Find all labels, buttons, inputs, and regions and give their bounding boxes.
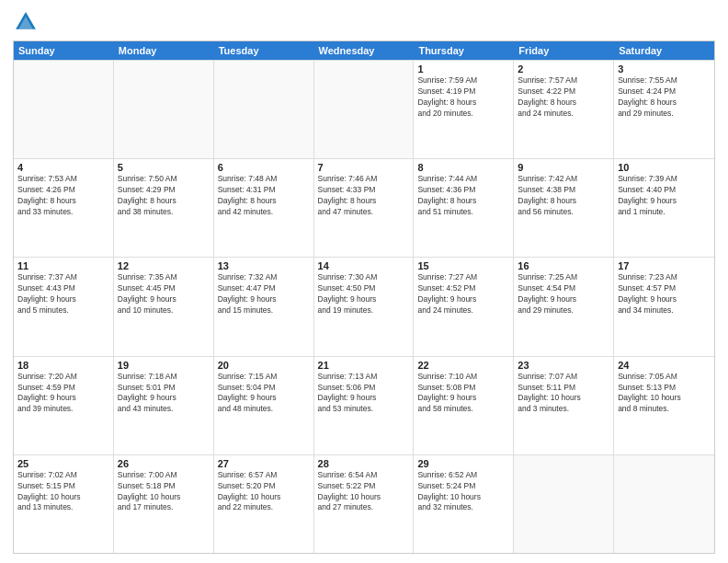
- day-info: Sunrise: 7:55 AMSunset: 4:24 PMDaylight:…: [618, 75, 711, 120]
- day-number: 8: [417, 162, 509, 173]
- day-number: 20: [218, 360, 310, 371]
- day-info: Sunrise: 7:05 AMSunset: 5:13 PMDaylight:…: [618, 372, 711, 416]
- calendar-header: SundayMondayTuesdayWednesdayThursdayFrid…: [14, 41, 714, 60]
- day-cell-17: 17Sunrise: 7:23 AMSunset: 4:57 PMDayligh…: [614, 258, 714, 355]
- day-cell-13: 13Sunrise: 7:32 AMSunset: 4:47 PMDayligh…: [214, 258, 314, 355]
- day-number: 23: [518, 360, 609, 371]
- day-number: 6: [218, 162, 310, 173]
- calendar-row-1: 4Sunrise: 7:53 AMSunset: 4:26 PMDaylight…: [14, 158, 714, 257]
- day-info: Sunrise: 7:25 AMSunset: 4:54 PMDaylight:…: [518, 272, 609, 316]
- day-info: Sunrise: 6:52 AMSunset: 5:24 PMDaylight:…: [417, 470, 509, 514]
- day-info: Sunrise: 7:10 AMSunset: 5:08 PMDaylight:…: [417, 372, 509, 416]
- day-number: 21: [318, 360, 410, 371]
- day-number: 25: [17, 458, 109, 469]
- day-cell-26: 26Sunrise: 7:00 AMSunset: 5:18 PMDayligh…: [114, 455, 214, 553]
- day-cell-20: 20Sunrise: 7:15 AMSunset: 5:04 PMDayligh…: [214, 357, 314, 454]
- day-cell-23: 23Sunrise: 7:07 AMSunset: 5:11 PMDayligh…: [514, 357, 614, 454]
- day-cell-14: 14Sunrise: 7:30 AMSunset: 4:50 PMDayligh…: [314, 258, 415, 355]
- day-cell-21: 21Sunrise: 7:13 AMSunset: 5:06 PMDayligh…: [314, 357, 415, 454]
- day-info: Sunrise: 7:13 AMSunset: 5:06 PMDaylight:…: [318, 372, 410, 416]
- day-number: 24: [618, 360, 711, 371]
- day-info: Sunrise: 6:57 AMSunset: 5:20 PMDaylight:…: [218, 470, 310, 514]
- day-number: 2: [518, 63, 609, 75]
- day-info: Sunrise: 7:20 AMSunset: 4:59 PMDaylight:…: [17, 372, 109, 416]
- day-info: Sunrise: 7:27 AMSunset: 4:52 PMDaylight:…: [417, 272, 509, 316]
- day-info: Sunrise: 7:57 AMSunset: 4:22 PMDaylight:…: [518, 75, 609, 120]
- day-cell-15: 15Sunrise: 7:27 AMSunset: 4:52 PMDayligh…: [414, 258, 514, 355]
- day-number: 26: [118, 458, 210, 469]
- empty-cell-4-5: [514, 455, 614, 553]
- day-info: Sunrise: 7:53 AMSunset: 4:26 PMDaylight:…: [17, 174, 109, 218]
- calendar-row-4: 25Sunrise: 7:02 AMSunset: 5:15 PMDayligh…: [14, 454, 714, 553]
- day-info: Sunrise: 7:37 AMSunset: 4:43 PMDaylight:…: [17, 272, 109, 316]
- day-number: 19: [118, 360, 210, 371]
- day-number: 28: [318, 458, 410, 469]
- day-info: Sunrise: 7:18 AMSunset: 5:01 PMDaylight:…: [118, 372, 210, 416]
- day-number: 29: [417, 458, 509, 469]
- day-cell-6: 6Sunrise: 7:48 AMSunset: 4:31 PMDaylight…: [214, 159, 314, 257]
- day-cell-7: 7Sunrise: 7:46 AMSunset: 4:33 PMDaylight…: [314, 159, 415, 257]
- day-cell-11: 11Sunrise: 7:37 AMSunset: 4:43 PMDayligh…: [14, 258, 114, 355]
- day-number: 11: [17, 260, 109, 271]
- day-cell-12: 12Sunrise: 7:35 AMSunset: 4:45 PMDayligh…: [114, 258, 214, 355]
- day-cell-24: 24Sunrise: 7:05 AMSunset: 5:13 PMDayligh…: [614, 357, 714, 454]
- weekday-header-sunday: Sunday: [14, 41, 114, 60]
- weekday-header-wednesday: Wednesday: [314, 41, 415, 60]
- weekday-header-friday: Friday: [514, 41, 614, 60]
- calendar: SundayMondayTuesdayWednesdayThursdayFrid…: [13, 40, 715, 554]
- day-number: 14: [318, 260, 410, 271]
- day-cell-8: 8Sunrise: 7:44 AMSunset: 4:36 PMDaylight…: [414, 159, 514, 257]
- day-number: 17: [618, 260, 711, 271]
- day-cell-9: 9Sunrise: 7:42 AMSunset: 4:38 PMDaylight…: [514, 159, 614, 257]
- empty-cell-0-0: [14, 61, 114, 158]
- empty-cell-0-3: [314, 61, 415, 158]
- day-cell-4: 4Sunrise: 7:53 AMSunset: 4:26 PMDaylight…: [14, 159, 114, 257]
- day-number: 27: [218, 458, 310, 469]
- day-cell-27: 27Sunrise: 6:57 AMSunset: 5:20 PMDayligh…: [214, 455, 314, 553]
- day-info: Sunrise: 7:44 AMSunset: 4:36 PMDaylight:…: [417, 174, 509, 218]
- day-number: 4: [17, 162, 109, 173]
- day-info: Sunrise: 7:02 AMSunset: 5:15 PMDaylight:…: [17, 470, 109, 514]
- header: [13, 9, 715, 35]
- day-info: Sunrise: 7:07 AMSunset: 5:11 PMDaylight:…: [518, 372, 609, 416]
- day-info: Sunrise: 7:48 AMSunset: 4:31 PMDaylight:…: [218, 174, 310, 218]
- day-cell-16: 16Sunrise: 7:25 AMSunset: 4:54 PMDayligh…: [514, 258, 614, 355]
- day-info: Sunrise: 7:32 AMSunset: 4:47 PMDaylight:…: [218, 272, 310, 316]
- weekday-header-thursday: Thursday: [414, 41, 514, 60]
- calendar-row-0: 1Sunrise: 7:59 AMSunset: 4:19 PMDaylight…: [14, 60, 714, 158]
- day-number: 10: [618, 162, 711, 173]
- day-info: Sunrise: 7:39 AMSunset: 4:40 PMDaylight:…: [618, 174, 711, 218]
- day-info: Sunrise: 7:15 AMSunset: 5:04 PMDaylight:…: [218, 372, 310, 416]
- page: SundayMondayTuesdayWednesdayThursdayFrid…: [0, 0, 728, 563]
- logo: [13, 9, 42, 35]
- day-info: Sunrise: 7:59 AMSunset: 4:19 PMDaylight:…: [417, 75, 509, 120]
- empty-cell-4-6: [614, 455, 714, 553]
- day-number: 12: [118, 260, 210, 271]
- day-cell-29: 29Sunrise: 6:52 AMSunset: 5:24 PMDayligh…: [414, 455, 514, 553]
- calendar-row-2: 11Sunrise: 7:37 AMSunset: 4:43 PMDayligh…: [14, 257, 714, 355]
- weekday-header-tuesday: Tuesday: [214, 41, 314, 60]
- day-number: 22: [417, 360, 509, 371]
- day-info: Sunrise: 7:46 AMSunset: 4:33 PMDaylight:…: [318, 174, 410, 218]
- weekday-header-monday: Monday: [114, 41, 214, 60]
- day-cell-2: 2Sunrise: 7:57 AMSunset: 4:22 PMDaylight…: [514, 61, 614, 158]
- day-number: 7: [318, 162, 410, 173]
- empty-cell-0-1: [114, 61, 214, 158]
- day-info: Sunrise: 7:35 AMSunset: 4:45 PMDaylight:…: [118, 272, 210, 316]
- day-number: 15: [417, 260, 509, 271]
- day-info: Sunrise: 7:42 AMSunset: 4:38 PMDaylight:…: [518, 174, 609, 218]
- day-number: 16: [518, 260, 609, 271]
- logo-icon: [13, 9, 39, 35]
- day-number: 18: [17, 360, 109, 371]
- day-number: 5: [118, 162, 210, 173]
- day-cell-3: 3Sunrise: 7:55 AMSunset: 4:24 PMDaylight…: [614, 61, 714, 158]
- empty-cell-0-2: [214, 61, 314, 158]
- day-number: 1: [417, 63, 509, 75]
- day-cell-1: 1Sunrise: 7:59 AMSunset: 4:19 PMDaylight…: [414, 61, 514, 158]
- day-info: Sunrise: 7:23 AMSunset: 4:57 PMDaylight:…: [618, 272, 711, 316]
- day-cell-25: 25Sunrise: 7:02 AMSunset: 5:15 PMDayligh…: [14, 455, 114, 553]
- day-number: 3: [618, 63, 711, 75]
- day-number: 13: [218, 260, 310, 271]
- day-cell-22: 22Sunrise: 7:10 AMSunset: 5:08 PMDayligh…: [414, 357, 514, 454]
- weekday-header-saturday: Saturday: [614, 41, 714, 60]
